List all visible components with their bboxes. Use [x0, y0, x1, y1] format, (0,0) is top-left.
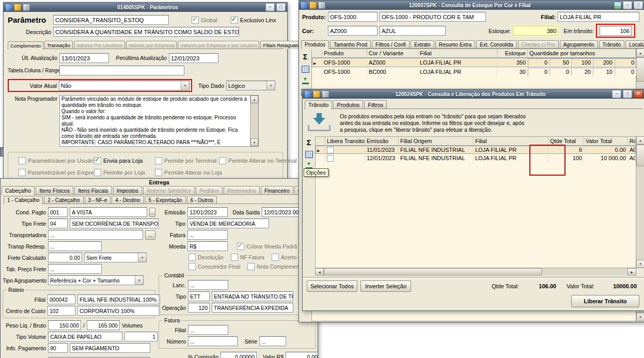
produto-code-field[interactable]: OFS-1000	[328, 12, 378, 22]
libera-checkbox[interactable]	[327, 155, 334, 162]
cond-pagto-desc-field[interactable]: A VISTA	[70, 207, 147, 217]
tab-reservados[interactable]: Reservados	[224, 186, 260, 195]
col-libera-transito[interactable]: Libera Transito	[325, 137, 365, 146]
scroll-thumb[interactable]	[636, 145, 644, 166]
subtab-4-destino[interactable]: 4 - Destino	[112, 196, 144, 204]
centro-custo-desc-field[interactable]: CORPORATIVO 100%	[77, 306, 160, 316]
libera-transito-cell[interactable]	[325, 153, 365, 163]
tab-transito[interactable]: Trânsito	[599, 40, 625, 49]
liberar-transito-button[interactable]: Liberar Trânsito	[571, 295, 639, 307]
parametrizavel-usuario-checkbox[interactable]: Parametrizável por Usuário	[19, 157, 94, 164]
transito-row-2[interactable]: 12/01/2023 FILIAL NFE INDUSTRIAL LOJA FI…	[316, 154, 636, 162]
tab-valores-empresa[interactable]: Valores por Empresa	[126, 41, 177, 49]
comissao-field[interactable]: 0.00000	[221, 352, 257, 358]
col-filial[interactable]: Filial	[418, 49, 497, 58]
export-icon[interactable]	[302, 77, 309, 84]
tab-transito[interactable]: Trânsito	[305, 100, 332, 110]
scroll-thumb[interactable]	[324, 268, 542, 275]
tab-tamanho-prod[interactable]: Tamanho Prod	[330, 40, 371, 49]
parametro-field[interactable]: CONSIDERA_TRANSITO_ESTOQ	[53, 15, 169, 25]
estoque-field[interactable]: 380	[513, 26, 558, 36]
transito-hscroll[interactable]	[315, 268, 636, 275]
dropdown-arrow-icon[interactable]	[135, 276, 143, 285]
tab-produtos[interactable]: Produtos	[333, 100, 363, 109]
descricao-field[interactable]: CONSIDERA A QUANTIDADE EM TRÂNSITO COMO …	[53, 27, 239, 37]
nota-programador-field[interactable]: Parâmetro vinculado ao módulo de estoque…	[59, 95, 259, 147]
tab-cabecalho[interactable]: Cabeçalho	[2, 186, 35, 195]
transportadora-field[interactable]: ...	[48, 230, 143, 240]
tab-produtos[interactable]: Produtos	[301, 40, 329, 49]
scroll-thumb[interactable]	[636, 57, 644, 82]
parametrizavel-empresa-checkbox[interactable]: Parametrizável por Empresa	[19, 169, 94, 176]
frete-calculado-field[interactable]: 0.00	[48, 253, 82, 262]
tab-preco-frete-field[interactable]: ...	[48, 264, 102, 274]
produto-desc-field[interactable]: OFS-1000 - PRODUTO COR E TAM	[380, 12, 486, 22]
nota-complementar-checkbox[interactable]: Nota Complementar	[247, 263, 305, 270]
col-emissao[interactable]: Emissão	[365, 137, 399, 146]
grid-icon[interactable]	[302, 66, 309, 73]
penultima-atualizacao-field[interactable]: 12/01/2023	[169, 53, 218, 63]
libera-checkbox[interactable]	[327, 147, 334, 153]
cond-pagto-browse-button[interactable]: ...	[149, 208, 155, 217]
col-qtde-total[interactable]: Qtde Total	[548, 137, 584, 146]
subtab-1-cabecalho[interactable]: 1 - Cabeçalho	[4, 196, 43, 205]
estoque-titlebar[interactable]: 120007SPK - Consulta de Estoque Por Cor …	[299, 1, 644, 10]
transito-vscroll[interactable]	[636, 136, 644, 268]
consumidor-final-checkbox[interactable]: Consumidor Final	[189, 263, 240, 270]
envia-para-loja-checkbox[interactable]: Envia para Loja	[94, 157, 155, 164]
tab-localizacao-filial[interactable]: Localização Fi	[625, 40, 644, 49]
tab-ext-consolidado[interactable]: Ext. Consolida	[476, 40, 516, 49]
grid-icon[interactable]	[305, 151, 313, 158]
operacao-desc-field[interactable]: TRANSFERÊNCIA EXPEDIDA	[212, 303, 293, 313]
tab-agrupamento[interactable]: Agrupamento	[560, 40, 598, 49]
tab-filtros-config[interactable]: Filtros / Confi	[372, 40, 410, 49]
tipo-dado-dropdown[interactable]: Lógico	[226, 81, 275, 90]
valor-rs-field[interactable]: 0.00	[286, 352, 318, 358]
inverter-selecao-button[interactable]: Inverter Seleção	[360, 281, 411, 292]
parametros-titlebar[interactable]: 014005SPK - Parâmetros – □	[4, 3, 287, 12]
emissao-field[interactable]: 12/01/2023	[187, 207, 228, 217]
scroll-up-icon[interactable]	[636, 136, 644, 145]
dropdown-arrow-icon[interactable]	[181, 81, 189, 90]
fatura-field[interactable]: ...	[187, 230, 228, 240]
col-produto[interactable]: Produto	[322, 49, 367, 58]
info-pagamento-desc-field[interactable]: SEM PAGAMENTO	[70, 343, 150, 353]
subtab-2-cabecalho[interactable]: 2 - Cabeçalho	[44, 196, 83, 204]
devolucao-checkbox[interactable]: Devolução	[189, 254, 224, 261]
global-checkbox[interactable]: Global	[192, 17, 217, 24]
estoque-row-2[interactable]: OFS-1000 BC000 LOJA FILIAL PR 30 0 0 20 …	[312, 67, 636, 76]
tab-filtros[interactable]: Filtros	[364, 100, 387, 109]
tab-itens-fiscais[interactable]: Itens Fiscais	[74, 186, 112, 195]
tab-itens-fisicos[interactable]: Itens Físicos	[36, 186, 73, 195]
close-button[interactable]: ✕	[634, 90, 643, 98]
tab-pedidos[interactable]: Pedidos	[196, 186, 223, 195]
maximize-button[interactable]: □	[276, 3, 286, 11]
transito-titlebar[interactable]: 120024SPK - Consulta e Liberação dos Pro…	[303, 89, 644, 99]
col-valor-total[interactable]: Valor Total	[584, 137, 628, 146]
maximize-button[interactable]: □	[623, 90, 632, 98]
tab-transacao[interactable]: Transação	[44, 41, 73, 49]
tipo-agrupamento-dropdown[interactable]: Referência + Cor + Tamanho	[48, 275, 144, 285]
tipo-contabil-desc-field[interactable]: ENTRADA NO TRÂNSITO DE TRA	[212, 291, 293, 301]
permite-loja-checkbox[interactable]: Permite por Loja	[94, 169, 155, 176]
estoque-row-1[interactable]: OFS-1000 AZ000 LOJA FILIAL PR 350 0 50 1…	[312, 58, 636, 67]
scroll-up-icon[interactable]	[250, 96, 258, 103]
tipo-field[interactable]: VENDA DE MERCADORIA	[187, 219, 269, 228]
cobrar-moeda-checkbox[interactable]: Cobrar Moeda Padrã	[237, 243, 297, 250]
lanc-field[interactable]: ...	[188, 280, 228, 290]
transito-row-1[interactable]: 11/01/2023 FILIAL NFE INDUSTRIAL LOJA FI…	[316, 146, 636, 154]
valor-atual-dropdown[interactable]: Não	[59, 81, 190, 90]
info-pagamento-code-field[interactable]: 90	[48, 343, 68, 353]
scroll-down-icon[interactable]	[250, 138, 258, 146]
exclusivo-linx-checkbox[interactable]: Exclusivo Linx	[231, 17, 276, 24]
col-romaneio[interactable]: Romaneio Pr	[628, 137, 636, 146]
tab-retorno-simbolico[interactable]: Retorno Simbólico	[143, 186, 195, 195]
subtab-3-nfe[interactable]: 3 - NF-e	[85, 196, 111, 204]
maximize-button[interactable]: □	[634, 1, 643, 9]
scroll-right-icon[interactable]	[627, 268, 636, 275]
tipo-frete-desc-field[interactable]: SEM OCORRÊNCIA DE TRANSPORTE	[70, 219, 159, 228]
col-filial-origem[interactable]: Filial Origem	[399, 137, 474, 146]
transportadora-browse-button[interactable]: ...	[145, 230, 155, 240]
tipo-frete-code-field[interactable]: 04	[48, 219, 68, 228]
filial-field[interactable]: LOJA FILIAL PR	[558, 12, 639, 22]
